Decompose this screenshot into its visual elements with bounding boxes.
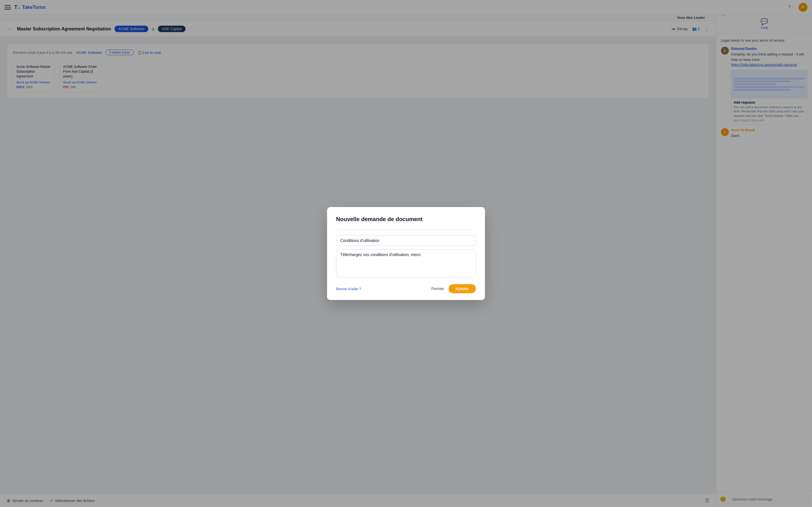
new-document-request-modal: Nouvelle demande de document Téléchargez…: [327, 207, 485, 300]
modal-footer-right: Fermer Ajouter: [432, 284, 476, 293]
modal-divider: [336, 229, 476, 230]
cancel-button[interactable]: Fermer: [432, 286, 444, 291]
modal-title: Nouvelle demande de document: [336, 216, 476, 223]
document-description-textarea[interactable]: Téléchargez vos conditions d'utilisation…: [336, 249, 476, 277]
submit-button[interactable]: Ajouter: [449, 284, 476, 293]
modal-footer: Besoin d'aide ? Fermer Ajouter: [336, 284, 476, 293]
help-link[interactable]: Besoin d'aide ?: [336, 287, 361, 291]
modal-overlay[interactable]: Nouvelle demande de document Téléchargez…: [0, 0, 812, 507]
document-name-input[interactable]: [336, 235, 476, 246]
